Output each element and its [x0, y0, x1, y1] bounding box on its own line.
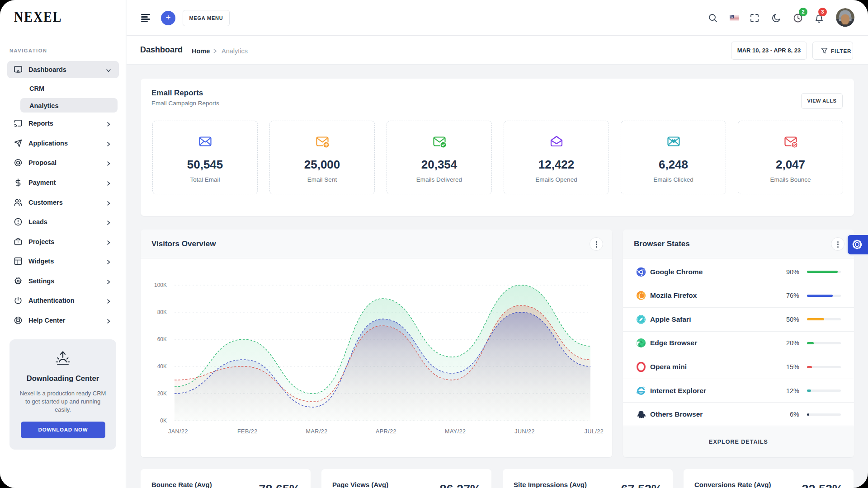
svg-text:APR/22: APR/22	[376, 428, 396, 435]
svg-text:MAY/22: MAY/22	[445, 428, 466, 435]
svg-text:JAN/22: JAN/22	[168, 428, 188, 435]
svg-text:40K: 40K	[157, 363, 167, 370]
svg-text:FEB/22: FEB/22	[237, 428, 258, 435]
svg-text:JUL/22: JUL/22	[585, 428, 604, 435]
svg-text:20K: 20K	[157, 390, 167, 397]
svg-text:JUN/22: JUN/22	[514, 428, 535, 435]
svg-text:MAR/22: MAR/22	[306, 428, 328, 435]
svg-text:100K: 100K	[154, 282, 167, 288]
svg-text:60K: 60K	[157, 336, 167, 343]
svg-text:80K: 80K	[157, 309, 167, 315]
svg-text:0K: 0K	[160, 418, 167, 424]
